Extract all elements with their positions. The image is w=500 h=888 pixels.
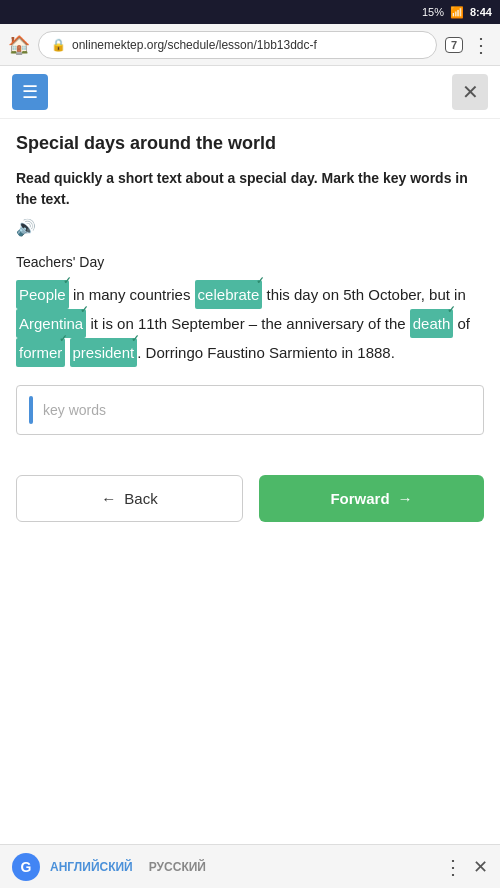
highlight-death[interactable]: death: [410, 309, 454, 338]
back-label: Back: [124, 490, 157, 507]
text-part4: of: [453, 315, 470, 332]
browser-menu-icon[interactable]: ⋮: [471, 33, 492, 57]
bottom-bar: G АНГЛИЙСКИЙ РУССКИЙ ⋮ ✕: [0, 844, 500, 888]
url-text: onlinemektep.org/schedule/lesson/1bb13dd…: [72, 38, 424, 52]
status-time: 8:44: [470, 6, 492, 18]
highlight-president[interactable]: president: [70, 338, 138, 367]
text-part2: this day on 5th October, but in: [262, 286, 465, 303]
lang-tabs: АНГЛИЙСКИЙ РУССКИЙ: [50, 860, 433, 874]
status-bar: 15% 📶 8:44: [0, 0, 500, 24]
forward-button[interactable]: Forward →: [259, 475, 484, 522]
lang-tab-russian[interactable]: РУССКИЙ: [149, 860, 206, 874]
speaker-icon[interactable]: 🔊: [16, 216, 36, 240]
lock-icon: 🔒: [51, 38, 66, 52]
bottom-menu-icon[interactable]: ⋮: [443, 855, 463, 879]
main-content: Special days around the world Read quick…: [0, 119, 500, 475]
browser-bar: 🏠 🔒 onlinemektep.org/schedule/lesson/1bb…: [0, 24, 500, 66]
back-arrow-icon: ←: [101, 490, 116, 507]
home-icon[interactable]: 🏠: [8, 34, 30, 56]
forward-label: Forward: [330, 490, 389, 507]
back-button[interactable]: ← Back: [16, 475, 243, 522]
key-words-placeholder: key words: [43, 402, 106, 418]
highlight-people[interactable]: People: [16, 280, 69, 309]
tab-count[interactable]: 7: [445, 37, 463, 53]
close-button[interactable]: ✕: [452, 74, 488, 110]
instruction-text: Read quickly a short text about a specia…: [16, 168, 484, 240]
text-content: People in many countries celebrate this …: [16, 280, 484, 367]
lesson-title: Teachers' Day: [16, 254, 484, 270]
key-words-bar: [29, 396, 33, 424]
menu-button[interactable]: ☰: [12, 74, 48, 110]
status-signal: 📶: [450, 6, 464, 19]
bottom-close-icon[interactable]: ✕: [473, 856, 488, 878]
highlight-former[interactable]: former: [16, 338, 65, 367]
page-header: ☰ ✕: [0, 66, 500, 119]
forward-arrow-icon: →: [398, 490, 413, 507]
url-bar[interactable]: 🔒 onlinemektep.org/schedule/lesson/1bb13…: [38, 31, 437, 59]
page-title: Special days around the world: [16, 133, 484, 154]
key-words-area[interactable]: key words: [16, 385, 484, 435]
highlight-argentina[interactable]: Argentina: [16, 309, 86, 338]
highlight-celebrate[interactable]: celebrate: [195, 280, 263, 309]
lang-tab-english[interactable]: АНГЛИЙСКИЙ: [50, 860, 133, 874]
text-part6: . Dorringo Faustino Sarmiento in 1888.: [137, 344, 395, 361]
nav-buttons: ← Back Forward →: [0, 475, 500, 522]
status-battery: 15%: [422, 6, 444, 18]
google-icon[interactable]: G: [12, 853, 40, 881]
